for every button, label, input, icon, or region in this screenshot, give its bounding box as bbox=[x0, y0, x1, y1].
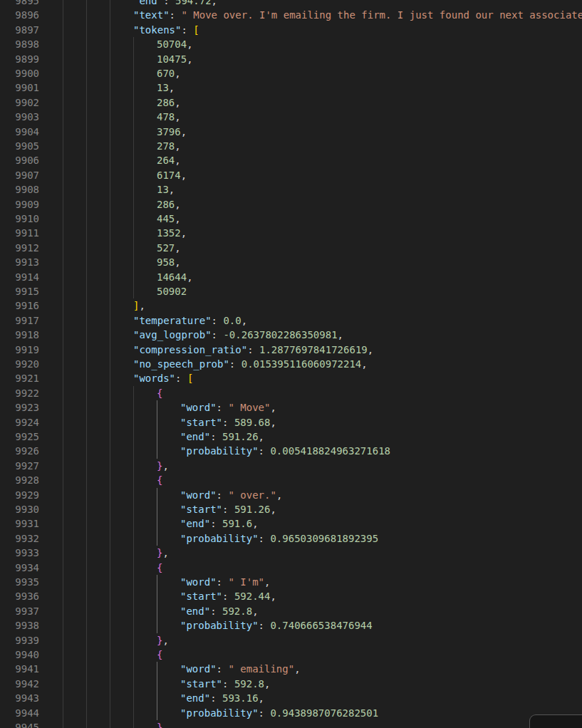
code-text: "words": [ bbox=[133, 371, 193, 385]
code-line[interactable]: 9912527, bbox=[0, 241, 582, 255]
token-pun: : bbox=[212, 315, 224, 326]
line-number: 9921 bbox=[0, 371, 39, 385]
code-line[interactable]: 989850704, bbox=[0, 37, 582, 51]
code-line[interactable]: 9924"start": 589.68, bbox=[0, 415, 582, 430]
indent-guide bbox=[86, 8, 87, 22]
code-line[interactable]: 9925"end": 591.26, bbox=[0, 430, 582, 444]
code-line[interactable]: 9926"probability": 0.005418824963271618 bbox=[0, 444, 582, 458]
code-line[interactable]: 9940{ bbox=[0, 648, 582, 662]
indent-guide bbox=[63, 182, 63, 197]
code-line[interactable]: 9919"compression_ratio": 1.2877697841726… bbox=[0, 343, 582, 357]
code-text: "tokens": [ bbox=[133, 23, 199, 37]
code-line[interactable]: 99111352, bbox=[0, 226, 582, 240]
code-line[interactable]: 9938"probability": 0.740666538476944 bbox=[0, 618, 582, 633]
popup-corner[interactable] bbox=[529, 714, 582, 728]
line-number: 9927 bbox=[0, 459, 39, 473]
code-line[interactable]: 9929"word": " over.", bbox=[0, 488, 582, 502]
token-key: "word" bbox=[180, 489, 217, 501]
code-text: "start": 591.26, bbox=[180, 502, 276, 516]
code-line[interactable]: 9930"start": 591.26, bbox=[0, 502, 582, 516]
token-pun: : bbox=[210, 692, 222, 704]
code-line[interactable]: 9936"start": 592.44, bbox=[0, 589, 582, 603]
code-line[interactable]: 9913958, bbox=[0, 255, 582, 269]
code-line[interactable]: 9921"words": [ bbox=[0, 371, 582, 385]
code-line[interactable]: 9909286, bbox=[0, 197, 582, 212]
indent-guide bbox=[110, 168, 110, 182]
code-line[interactable]: 9932"probability": 0.9650309681892395 bbox=[0, 531, 582, 546]
indent-guide bbox=[133, 226, 134, 240]
indent-guide bbox=[133, 677, 134, 691]
code-line[interactable]: 990813, bbox=[0, 182, 582, 197]
indent-guide bbox=[86, 691, 87, 705]
code-line[interactable]: 9942"start": 592.8, bbox=[0, 677, 582, 691]
indent-guide bbox=[86, 662, 87, 676]
indent-guide bbox=[133, 255, 134, 269]
code-line[interactable]: 9939}, bbox=[0, 633, 582, 648]
code-line[interactable]: 9897"tokens": [ bbox=[0, 23, 582, 37]
code-line[interactable]: 9895"end": 594.72, bbox=[0, 0, 582, 8]
indent-guide bbox=[86, 546, 87, 560]
code-line[interactable]: 9916], bbox=[0, 298, 582, 313]
line-number: 9906 bbox=[0, 153, 39, 167]
indent-guide bbox=[63, 226, 63, 240]
code-line[interactable]: 9944"probability": 0.9438987076282501 bbox=[0, 706, 582, 720]
indent-guide bbox=[86, 0, 87, 8]
token-key: "temperature" bbox=[133, 315, 212, 326]
code-line[interactable]: 9918"avg_logprob": -0.2637802286350981, bbox=[0, 328, 582, 342]
code-line[interactable]: 9896"text": " Move over. I'm emailing th… bbox=[0, 8, 582, 22]
code-text: 1352, bbox=[157, 226, 187, 240]
token-num: 589.68 bbox=[234, 417, 271, 428]
code-line[interactable]: 9917"temperature": 0.0, bbox=[0, 313, 582, 328]
line-number: 9907 bbox=[0, 168, 39, 182]
indent-guide bbox=[133, 589, 134, 603]
token-num: 0.0 bbox=[223, 315, 241, 326]
editor[interactable]: 9895"end": 594.72,9896"text": " Move ove… bbox=[0, 0, 582, 728]
code-line[interactable]: 99043796, bbox=[0, 125, 582, 139]
code-line[interactable]: 991414644, bbox=[0, 270, 582, 284]
indent-guide bbox=[110, 589, 110, 603]
token-str: " emailing" bbox=[228, 663, 294, 675]
code-line[interactable]: 9941"word": " emailing", bbox=[0, 662, 582, 676]
code-line[interactable]: 9937"end": 592.8, bbox=[0, 604, 582, 618]
indent-guide bbox=[63, 633, 63, 648]
code-line[interactable]: 99076174, bbox=[0, 168, 582, 182]
token-pun: : bbox=[229, 358, 241, 370]
code-line[interactable]: 9900670, bbox=[0, 66, 582, 80]
code-line[interactable]: 9943"end": 593.16, bbox=[0, 691, 582, 705]
code-line[interactable]: 989910475, bbox=[0, 52, 582, 66]
token-num: 527 bbox=[157, 242, 175, 254]
token-pun: , bbox=[252, 605, 258, 617]
token-pun: , bbox=[162, 460, 168, 472]
code-line[interactable]: 9905278, bbox=[0, 139, 582, 153]
code-line[interactable]: 9902286, bbox=[0, 95, 582, 110]
indent-guide bbox=[110, 313, 110, 328]
code-line[interactable]: 991550902 bbox=[0, 284, 582, 298]
indent-guide bbox=[110, 153, 110, 167]
line-number: 9942 bbox=[0, 677, 39, 691]
code-text: "start": 592.8, bbox=[180, 677, 270, 691]
code-line[interactable]: 990113, bbox=[0, 80, 582, 95]
indent-guide bbox=[110, 8, 110, 22]
code-line[interactable]: 9945}, bbox=[0, 720, 582, 728]
code-line[interactable]: 9903478, bbox=[0, 110, 582, 124]
indent-guide bbox=[86, 110, 87, 124]
code-line[interactable]: 9933}, bbox=[0, 546, 582, 560]
code-line[interactable]: 9934{ bbox=[0, 561, 582, 575]
code-line[interactable]: 9935"word": " I'm", bbox=[0, 575, 582, 589]
code-line[interactable]: 9922{ bbox=[0, 386, 582, 400]
active-indent-guide bbox=[157, 589, 157, 603]
code-text: { bbox=[157, 561, 162, 575]
code-line[interactable]: 9928{ bbox=[0, 473, 582, 487]
indent-guide bbox=[86, 255, 87, 269]
indent-guide bbox=[63, 343, 63, 357]
token-num: 50902 bbox=[157, 286, 187, 297]
code-line[interactable]: 9906264, bbox=[0, 153, 582, 167]
indent-guide bbox=[110, 0, 110, 8]
code-line[interactable]: 9927}, bbox=[0, 459, 582, 473]
code-line[interactable]: 9931"end": 591.6, bbox=[0, 516, 582, 531]
code-line[interactable]: 9923"word": " Move", bbox=[0, 400, 582, 415]
code-line[interactable]: 9920"no_speech_prob": 0.0153951160609722… bbox=[0, 357, 582, 371]
indent-guide bbox=[63, 430, 63, 444]
indent-guide bbox=[63, 502, 63, 516]
code-line[interactable]: 9910445, bbox=[0, 212, 582, 226]
